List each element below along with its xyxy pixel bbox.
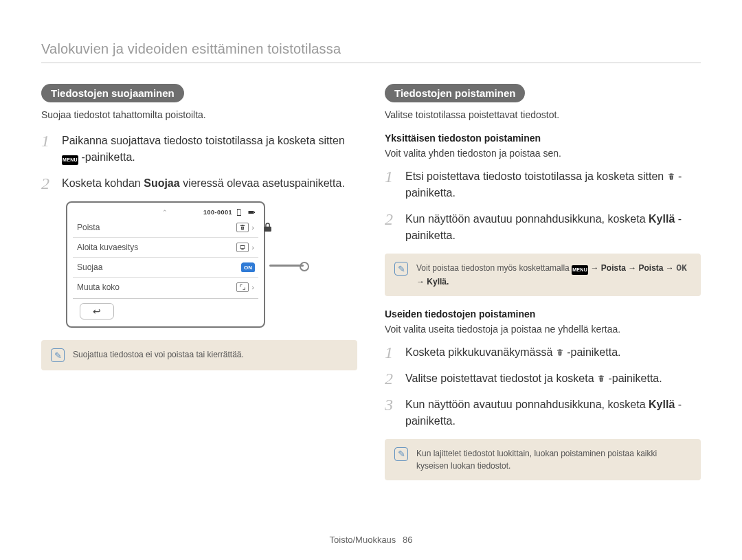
menu-label: Poista: [77, 223, 100, 232]
trash-icon: [236, 223, 249, 232]
text: Kosketa pikkukuvanäkymässä: [405, 346, 556, 358]
single-step-1: 1 Etsi poistettava tiedosto toistotilass…: [385, 168, 701, 201]
note-text: Kun lajittelet tiedostot luokittain, luo…: [416, 447, 691, 472]
page-title: Valokuvien ja videoiden esittäminen tois…: [41, 41, 701, 63]
subheading-single: Yksittäisen tiedoston poistaminen: [385, 133, 701, 144]
text-strong: → Poista → Poista →: [590, 263, 676, 273]
multi-step-1: 1 Kosketa pikkukuvanäkymässä -painiketta…: [385, 344, 701, 361]
slideshow-icon: [236, 243, 249, 252]
step-number: 2: [41, 175, 55, 192]
protect-step-1: 1 Paikanna suojattava tiedosto toistotil…: [41, 133, 357, 166]
step-number: 1: [41, 133, 55, 149]
file-counter: 100-0001: [203, 209, 232, 216]
single-step-2: 2 Kun näyttöön avautuu ponnahdusikkuna, …: [385, 211, 701, 244]
step-number: 3: [385, 396, 398, 413]
text: Valitse poistettavat tiedostot ja kosket…: [405, 372, 597, 384]
page-number: 86: [403, 535, 412, 545]
step-text: Etsi poistettava tiedosto toistotilassa …: [405, 168, 701, 201]
ok-icon: OK: [676, 262, 687, 276]
step-number: 2: [385, 370, 398, 387]
right-column: Tiedostojen poistaminen Valitse toistoti…: [385, 84, 701, 493]
step-text: Kun näyttöön avautuu ponnahdusikkuna, ko…: [405, 211, 701, 244]
step-number: 2: [385, 211, 398, 227]
menu-icon: MENU: [572, 265, 588, 275]
note-protect: ✎ Suojattua tiedostoa ei voi poistaa tai…: [41, 340, 357, 370]
text-strong: Kyllä: [649, 399, 675, 410]
step-number: 1: [385, 168, 398, 185]
multi-step-3: 3 Kun näyttöön avautuu ponnahdusikkuna, …: [385, 396, 701, 429]
multi-step-2: 2 Valitse poistettavat tiedostot ja kosk…: [385, 370, 701, 387]
chevron-right-icon: ›: [251, 223, 254, 232]
text: -painiketta.: [81, 151, 135, 163]
text: -painiketta.: [608, 372, 662, 384]
step-text: Kosketa kohdan Suojaa vieressä olevaa as…: [62, 175, 345, 192]
chevron-right-icon: ›: [251, 283, 254, 291]
note-icon: ✎: [394, 262, 408, 276]
text-strong: Suojaa: [144, 177, 179, 189]
text-strong: Kyllä: [649, 213, 675, 225]
menu-row-slideshow[interactable]: Aloita kuvaesitys ›: [73, 238, 258, 258]
menu-label: Aloita kuvaesitys: [77, 243, 138, 252]
camera-statusbar: ⌃ 100-0001: [73, 208, 258, 218]
back-button[interactable]: ↩: [80, 303, 114, 320]
page-footer: Toisto/Muokkaus 86: [0, 535, 742, 545]
menu-row-resize[interactable]: Muuta koko ›: [73, 278, 258, 297]
step-text: Paikanna suojattava tiedosto toistotilas…: [62, 133, 357, 166]
text: -painiketta.: [567, 346, 620, 358]
left-column: Tiedostojen suojaaminen Suojaa tiedostot…: [41, 84, 357, 493]
text: Voit poistaa tiedoston myös koskettamall…: [416, 263, 572, 273]
trash-icon: [597, 374, 605, 383]
chevron-right-icon: ›: [251, 243, 254, 251]
menu-icon: MENU: [62, 155, 78, 165]
step-number: 1: [385, 344, 398, 361]
camera-screenshot: ⌃ 100-0001 Poista › Aloita kuvaesitys: [66, 201, 265, 328]
step-text: Kun näyttöön avautuu ponnahdusikkuna, ko…: [405, 396, 701, 429]
delete-intro: Valitse toistotilassa poistettavat tiedo…: [385, 109, 701, 120]
toggle-on-icon: ON: [242, 262, 254, 272]
resize-icon: [236, 282, 249, 292]
step-text: Kosketa pikkukuvanäkymässä -painiketta.: [405, 344, 621, 361]
single-intro: Voit valita yhden tiedoston ja poistaa s…: [385, 148, 701, 159]
text: Etsi poistettava tiedosto toistotilassa …: [405, 170, 667, 182]
note-icon: ✎: [51, 348, 65, 362]
menu-label: Suojaa: [77, 262, 102, 272]
content-columns: Tiedostojen suojaaminen Suojaa tiedostot…: [41, 84, 701, 493]
note-delete-alt: ✎ Voit poistaa tiedoston myös koskettama…: [385, 254, 701, 296]
chevron-up-icon: ⌃: [162, 209, 168, 216]
subheading-multi: Useiden tiedostojen poistaminen: [385, 309, 701, 320]
multi-intro: Voit valita useita tiedostoja ja poistaa…: [385, 324, 701, 335]
text: Paikanna suojattava tiedosto toistotilas…: [62, 135, 345, 146]
protect-step-2: 2 Kosketa kohdan Suojaa vieressä olevaa …: [41, 175, 357, 192]
text: Kun näyttöön avautuu ponnahdusikkuna, ko…: [405, 213, 649, 225]
protect-intro: Suojaa tiedostot tahattomilta poistoilta…: [41, 109, 357, 120]
section-badge-delete: Tiedostojen poistaminen: [385, 84, 525, 102]
trash-icon: [667, 172, 675, 181]
lock-icon: [262, 222, 273, 235]
text: Kun näyttöön avautuu ponnahdusikkuna, ko…: [405, 399, 649, 410]
note-text: Suojattua tiedostoa ei voi poistaa tai k…: [73, 348, 244, 361]
text: Kosketa kohdan: [62, 177, 144, 189]
text-strong: → Kyllä.: [416, 277, 449, 287]
section-badge-protect: Tiedostojen suojaaminen: [41, 84, 184, 102]
camera-menu-list: Poista › Aloita kuvaesitys › Suojaa: [73, 218, 258, 297]
battery-icon: [246, 208, 257, 216]
footer-section: Toisto/Muokkaus: [330, 535, 396, 545]
menu-row-protect[interactable]: Suojaa ON: [73, 258, 258, 278]
text: vieressä olevaa asetuspainiketta.: [183, 177, 345, 189]
menu-row-delete[interactable]: Poista ›: [73, 218, 258, 238]
step-text: Valitse poistettavat tiedostot ja kosket…: [405, 370, 662, 387]
note-text: Voit poistaa tiedoston myös koskettamall…: [416, 262, 691, 288]
trash-icon: [556, 348, 564, 357]
note-category: ✎ Kun lajittelet tiedostot luokittain, l…: [385, 439, 701, 480]
camera-footer: ↩: [73, 298, 258, 321]
note-icon: ✎: [394, 447, 408, 461]
card-icon: [235, 208, 243, 216]
menu-label: Muuta koko: [77, 282, 120, 292]
